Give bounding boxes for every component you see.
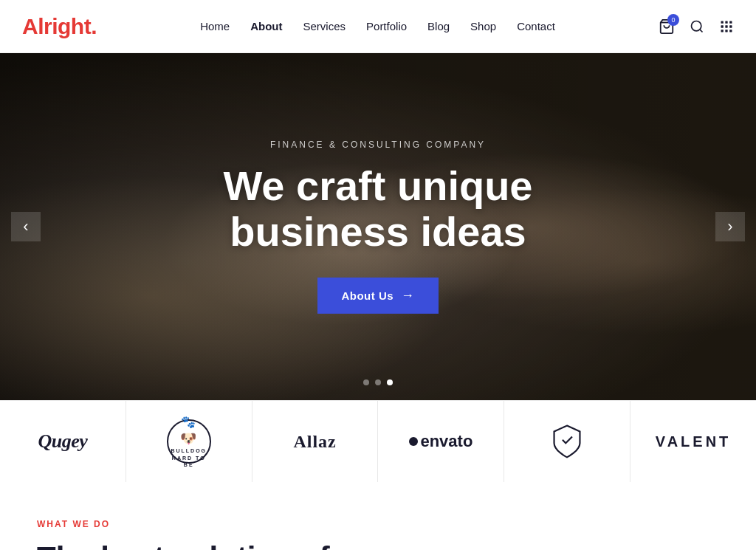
- partner-bulldog[interactable]: 🐶 BULLDOG HARD TO BE: [126, 401, 252, 482]
- svg-rect-7: [729, 25, 732, 27]
- svg-rect-5: [721, 25, 724, 27]
- bottom-section: What We Do The best solutions for: [0, 482, 756, 550]
- svg-rect-4: [729, 21, 732, 23]
- svg-rect-9: [725, 30, 727, 32]
- nav-contact[interactable]: Contact: [517, 20, 555, 32]
- header-icons: 0: [659, 18, 734, 35]
- shield-brand-icon: [549, 424, 585, 459]
- grid-icon: [719, 19, 734, 34]
- main-nav: Home About Services Portfolio Blog Shop …: [200, 20, 555, 32]
- hero-title-line2: business ideas: [230, 208, 526, 255]
- svg-rect-6: [725, 25, 727, 27]
- header: Alright. Home About Services Portfolio B…: [0, 0, 756, 53]
- hero-subtitle: Finance & Consulting Company: [157, 140, 599, 150]
- logo[interactable]: Alright.: [22, 14, 97, 39]
- bulldog-logo: 🐶 BULLDOG HARD TO BE: [167, 419, 211, 464]
- nav-portfolio[interactable]: Portfolio: [366, 20, 407, 32]
- svg-rect-2: [721, 21, 724, 23]
- nav-services[interactable]: Services: [303, 20, 346, 32]
- cart-badge: 0: [667, 14, 679, 26]
- grid-menu-button[interactable]: [719, 19, 734, 34]
- svg-rect-3: [725, 21, 727, 23]
- hero-cta-button[interactable]: About Us →: [317, 278, 438, 314]
- hero-dots: [363, 379, 393, 385]
- partner-allaz[interactable]: Allaz: [252, 401, 379, 482]
- allaz-logo: Allaz: [293, 432, 336, 452]
- envato-logo: envato: [409, 432, 472, 451]
- partner-valent[interactable]: VALENT: [630, 401, 756, 482]
- partners-section: Qugey 🐶 BULLDOG HARD TO BE Allaz envato …: [0, 400, 756, 482]
- hero-next-button[interactable]: ›: [715, 212, 745, 241]
- nav-about[interactable]: About: [250, 20, 282, 32]
- logo-text: Alright: [22, 14, 91, 38]
- svg-point-1: [692, 21, 701, 30]
- search-icon: [690, 19, 704, 34]
- dot-2[interactable]: [375, 379, 381, 385]
- dot-3[interactable]: [387, 379, 393, 385]
- hero-cta-label: About Us: [341, 289, 394, 302]
- hero-title-line1: We craft unique: [223, 162, 532, 209]
- partner-qugey[interactable]: Qugey: [0, 401, 126, 482]
- hero-content: Finance & Consulting Company We craft un…: [157, 140, 599, 314]
- partner-shield[interactable]: [504, 401, 630, 482]
- cart-button[interactable]: 0: [659, 18, 675, 35]
- bulldog-icon: 🐶: [180, 430, 197, 447]
- nav-blog[interactable]: Blog: [427, 20, 450, 32]
- valent-logo: VALENT: [656, 433, 732, 450]
- bulldog-subtext: HARD TO BE: [168, 455, 210, 468]
- bulldog-text: BULLDOG: [171, 447, 207, 454]
- hero-cta-arrow: →: [401, 288, 415, 303]
- envato-dot-icon: [409, 437, 418, 446]
- svg-rect-10: [729, 30, 732, 32]
- search-button[interactable]: [690, 19, 704, 34]
- svg-rect-8: [721, 30, 724, 32]
- hero-section: ‹ Finance & Consulting Company We craft …: [0, 53, 756, 400]
- partner-envato[interactable]: envato: [378, 401, 504, 482]
- hero-prev-button[interactable]: ‹: [11, 212, 41, 241]
- nav-home[interactable]: Home: [200, 20, 230, 32]
- qugey-logo: Qugey: [38, 430, 88, 453]
- logo-dot: .: [91, 14, 97, 38]
- nav-shop[interactable]: Shop: [470, 20, 496, 32]
- hero-title: We craft unique business ideas: [157, 163, 599, 254]
- bottom-title: The best solutions for: [37, 541, 719, 550]
- section-label: What We Do: [37, 519, 719, 529]
- dot-1[interactable]: [363, 379, 369, 385]
